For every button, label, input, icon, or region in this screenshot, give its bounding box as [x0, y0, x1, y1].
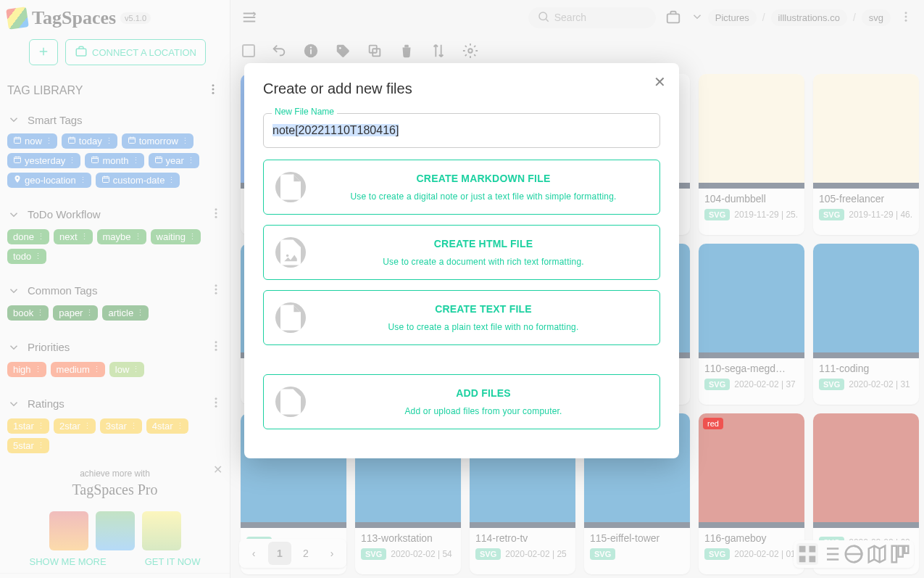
tag-chip[interactable]: waiting⋮ — [151, 229, 201, 244]
tag-chip[interactable]: 1star⋮ — [7, 418, 49, 434]
tag-chip[interactable]: high⋮ — [7, 362, 46, 377]
option-title: CREATE MARKDOWN FILE — [319, 173, 648, 184]
breadcrumb-item[interactable]: Pictures — [708, 9, 757, 26]
tag-label: low — [115, 364, 130, 375]
filetype-badge: SVG — [361, 548, 386, 560]
breadcrumb-more-icon[interactable] — [896, 10, 915, 25]
map-view-icon[interactable] — [866, 543, 888, 565]
section-more-icon[interactable] — [209, 283, 222, 298]
tag-chip[interactable]: next⋮ — [54, 229, 93, 244]
create-option[interactable]: CREATE MARKDOWN FILEUse to create a digi… — [263, 160, 660, 215]
grid-view-icon[interactable] — [796, 543, 818, 565]
tag-chip[interactable]: 3star⋮ — [100, 418, 142, 434]
tag-chip[interactable]: paper⋮ — [53, 305, 98, 321]
tag-chip[interactable]: 2star⋮ — [54, 418, 96, 434]
option-description: Use to create a document with rich text … — [319, 257, 648, 267]
create-file-dialog: ✕ Create or add new files New File Name … — [244, 63, 679, 458]
file-meta-text: 2020-02-02 | 25 — [505, 549, 567, 559]
svg-rect-30 — [667, 14, 680, 22]
library-more-icon[interactable] — [207, 83, 220, 99]
breadcrumb-item[interactable]: illlustrations.co — [771, 9, 847, 26]
promo-close-button[interactable]: ✕ — [213, 463, 222, 476]
filename-label: New File Name — [272, 107, 337, 117]
tag-chip[interactable]: done⋮ — [7, 229, 49, 244]
select-all-checkbox[interactable] — [242, 44, 255, 57]
breadcrumb-separator: / — [762, 12, 765, 23]
file-meta-text: 2020-02-02 | 31 — [849, 379, 910, 389]
info-icon[interactable] — [303, 43, 319, 59]
file-title: 115-eiffel-tower — [584, 528, 690, 545]
tag-section-header[interactable]: Smart Tags — [7, 107, 222, 132]
section-more-icon[interactable] — [209, 207, 222, 222]
app-version-badge: v5.1.0 — [120, 12, 151, 24]
section-more-icon[interactable] — [209, 396, 222, 411]
tag-chip[interactable]: book⋮ — [7, 305, 49, 321]
tag-icon[interactable] — [335, 43, 351, 59]
tag-chip[interactable]: todo⋮ — [7, 249, 46, 264]
tag-chip[interactable]: now⋮ — [7, 133, 57, 149]
tag-section-header[interactable]: Common Tags — [7, 277, 222, 304]
page-next-button[interactable]: › — [320, 542, 344, 565]
tag-chip[interactable]: year⋮ — [149, 153, 199, 168]
delete-icon[interactable] — [399, 43, 415, 59]
tag-section-header[interactable]: ToDo Workflow — [7, 201, 222, 228]
copy-icon[interactable] — [367, 43, 383, 59]
lens-view-icon[interactable] — [843, 543, 865, 565]
promo-show-more-link[interactable]: SHOW ME MORE — [30, 556, 107, 567]
create-option[interactable]: CREATE HTML FILEUse to create a document… — [263, 225, 660, 280]
tag-section-header[interactable]: Priorities — [7, 334, 222, 360]
tag-grip-icon: ⋮ — [136, 308, 143, 318]
back-icon[interactable] — [271, 43, 287, 59]
tag-section-header[interactable]: Ratings — [7, 390, 222, 417]
list-view-icon[interactable] — [820, 543, 841, 565]
page-number[interactable]: 1 — [268, 542, 291, 565]
location-menu-icon[interactable] — [663, 7, 683, 28]
pagination: ‹ 1 2 › — [239, 539, 346, 568]
toggle-sidebar-icon[interactable] — [239, 7, 259, 28]
tag-chip[interactable]: maybe⋮ — [97, 229, 146, 244]
page-number[interactable]: 2 — [294, 542, 317, 565]
gear-icon[interactable] — [462, 43, 478, 59]
svg-rect-6 — [128, 138, 135, 144]
section-title: Ratings — [28, 397, 64, 410]
dialog-close-button[interactable]: ✕ — [654, 73, 666, 91]
search-input[interactable]: Search — [528, 7, 656, 28]
file-card[interactable]: 111-codingSVG2020-02-02 | 31 — [813, 244, 919, 405]
tag-chip[interactable]: month⋮ — [85, 153, 143, 168]
tag-chip[interactable]: 4star⋮ — [146, 418, 188, 434]
svg-point-40 — [468, 49, 473, 53]
tag-chip[interactable]: 5star⋮ — [7, 438, 49, 453]
page-prev-button[interactable]: ‹ — [242, 542, 265, 565]
new-button[interactable] — [29, 39, 58, 65]
section-more-icon[interactable] — [209, 339, 222, 355]
breadcrumb-separator: / — [853, 12, 856, 23]
sidebar: TagSpaces v5.1.0 CONNECT A LOCATION TAG … — [0, 0, 230, 578]
file-card[interactable]: 110-sega-megd…SVG2020-02-02 | 37 — [699, 244, 804, 405]
breadcrumb-item[interactable]: svg — [862, 9, 891, 26]
tag-chip[interactable]: today⋮ — [62, 133, 117, 149]
create-option[interactable]: ADD FILESAdd or upload files from your c… — [263, 374, 660, 429]
file-card[interactable]: 116-gameboySVG2020-02-02 | 01 — [699, 413, 804, 574]
tag-grip-icon: ⋮ — [132, 365, 138, 374]
filename-field[interactable]: New File Name note[20221110T180416] — [263, 113, 660, 148]
section-title: Smart Tags — [28, 114, 83, 126]
tag-chip[interactable]: geo-location⋮ — [7, 173, 91, 188]
tag-chip[interactable]: tomorrow⋮ — [122, 133, 193, 149]
connect-location-button[interactable]: CONNECT A LOCATION — [65, 39, 206, 65]
tag-chip[interactable]: custom-date⋮ — [96, 173, 180, 188]
tag-chip[interactable]: medium⋮ — [51, 362, 105, 377]
chevron-down-icon[interactable] — [691, 10, 701, 25]
tag-chip[interactable]: article⋮ — [102, 305, 149, 321]
tag-chip[interactable]: low⋮ — [109, 362, 145, 377]
file-meta-text: 2019-11-29 | 25. — [734, 210, 798, 220]
tag-chip[interactable]: yesterday⋮ — [7, 153, 80, 168]
tag-grip-icon: ⋮ — [105, 136, 112, 146]
create-option[interactable]: CREATE TEXT FILEUse to create a plain te… — [263, 290, 660, 345]
promo-get-now-link[interactable]: GET IT NOW — [145, 556, 201, 567]
file-card[interactable]: 104-dumbbellSVG2019-11-29 | 25. — [699, 74, 804, 235]
sort-icon[interactable] — [430, 43, 446, 59]
svg-rect-7 — [14, 157, 21, 163]
thumbnail-footer-strip — [241, 522, 346, 528]
file-card[interactable]: 105-freelancerSVG2019-11-29 | 46. — [813, 74, 919, 235]
kanban-view-icon[interactable] — [889, 543, 911, 565]
